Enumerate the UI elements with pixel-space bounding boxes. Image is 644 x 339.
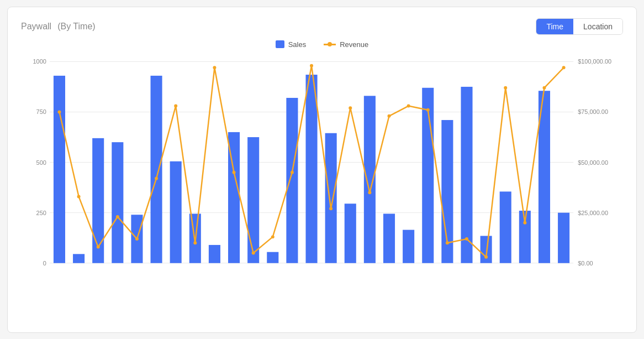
revenue-legend-item: Revenue (324, 40, 368, 49)
svg-point-63 (465, 237, 468, 241)
chart-svg: 02505007501000$0.00$25,000.00$50,000.00$… (21, 53, 623, 313)
svg-text:$75,000.00: $75,000.00 (578, 108, 608, 115)
title-text: Paywall (21, 22, 51, 31)
svg-text:1000: 1000 (33, 58, 46, 65)
svg-text:$25,000.00: $25,000.00 (578, 209, 608, 216)
svg-point-46 (135, 237, 139, 241)
svg-text:$0.00: $0.00 (578, 259, 593, 266)
svg-text:250: 250 (36, 209, 46, 216)
svg-rect-17 (92, 138, 104, 263)
svg-point-62 (446, 241, 449, 244)
svg-rect-38 (500, 191, 511, 263)
svg-point-55 (310, 64, 313, 67)
svg-point-68 (562, 66, 566, 69)
svg-point-66 (523, 221, 526, 224)
svg-text:0: 0 (43, 259, 46, 266)
svg-point-53 (271, 235, 275, 238)
time-button[interactable]: Time (536, 19, 573, 34)
svg-point-58 (368, 191, 371, 194)
svg-point-49 (193, 241, 197, 244)
svg-point-61 (426, 108, 430, 111)
svg-rect-32 (383, 213, 395, 263)
svg-point-56 (329, 207, 332, 210)
svg-point-43 (77, 195, 81, 198)
svg-rect-23 (209, 244, 220, 263)
svg-rect-41 (558, 212, 569, 263)
svg-point-64 (484, 255, 488, 258)
svg-point-59 (388, 114, 391, 117)
sales-legend-icon (276, 40, 284, 48)
svg-text:750: 750 (36, 108, 46, 115)
svg-point-42 (57, 110, 61, 113)
svg-rect-31 (364, 96, 376, 263)
svg-text:$50,000.00: $50,000.00 (578, 159, 608, 165)
svg-text:500: 500 (36, 159, 46, 165)
svg-rect-29 (325, 133, 337, 263)
page-title: Paywall (By Time) (21, 20, 96, 32)
svg-point-67 (542, 86, 546, 89)
svg-rect-37 (481, 236, 492, 263)
subtitle-text: (By Time) (57, 22, 95, 31)
svg-rect-25 (247, 137, 259, 263)
svg-rect-30 (345, 204, 356, 263)
svg-point-57 (349, 106, 352, 109)
sales-legend-item: Sales (276, 40, 307, 49)
svg-point-45 (116, 215, 119, 218)
view-toggle: Time Location (536, 18, 623, 35)
revenue-legend-icon (324, 44, 336, 45)
svg-point-65 (504, 86, 507, 89)
svg-point-51 (233, 170, 236, 174)
svg-point-47 (155, 176, 158, 180)
location-button[interactable]: Location (573, 19, 622, 34)
svg-text:$100,000.00: $100,000.00 (578, 58, 611, 65)
svg-rect-21 (170, 161, 182, 263)
chart-legend: Sales Revenue (21, 40, 623, 49)
sales-legend-label: Sales (288, 40, 307, 49)
card-header: Paywall (By Time) Time Location (21, 18, 623, 35)
main-card: Paywall (By Time) Time Location Sales Re… (7, 7, 637, 333)
svg-rect-26 (267, 252, 278, 263)
chart-container: 02505007501000$0.00$25,000.00$50,000.00$… (21, 53, 623, 313)
svg-point-48 (174, 104, 177, 107)
svg-rect-15 (54, 75, 65, 263)
svg-rect-36 (461, 86, 472, 263)
revenue-legend-label: Revenue (340, 40, 368, 49)
svg-point-52 (252, 251, 255, 254)
svg-point-54 (291, 170, 294, 174)
svg-rect-27 (286, 97, 298, 263)
svg-rect-20 (151, 75, 162, 263)
svg-point-60 (407, 104, 410, 107)
svg-point-44 (97, 245, 100, 248)
svg-rect-18 (112, 142, 123, 263)
svg-rect-33 (403, 230, 414, 263)
svg-rect-16 (73, 254, 85, 263)
svg-point-50 (213, 66, 216, 69)
svg-rect-28 (305, 75, 317, 263)
